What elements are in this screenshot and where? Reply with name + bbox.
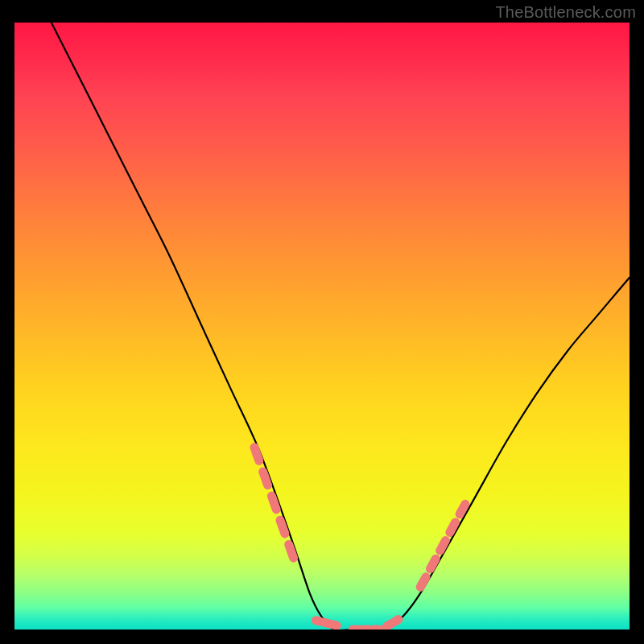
marker-dash: [386, 624, 390, 626]
marker-dash: [263, 472, 268, 485]
watermark-text: TheBottleneck.com: [495, 3, 636, 22]
marker-dash: [394, 620, 398, 622]
chart-frame: TheBottleneck.com: [0, 0, 644, 644]
marker-dash: [280, 520, 285, 534]
marker-dash: [420, 577, 426, 587]
marker-dash: [332, 625, 337, 625]
plot-area: [14, 23, 630, 630]
marker-dash: [289, 544, 294, 558]
marker-dash: [431, 559, 436, 568]
bottleneck-curve: [14, 23, 630, 630]
marker-dash: [254, 448, 259, 461]
marker-dash: [440, 541, 446, 551]
marker-segments: [254, 448, 465, 630]
marker-dash: [450, 522, 456, 533]
curve-line: [52, 23, 630, 630]
marker-dash: [460, 504, 465, 514]
marker-dash: [324, 622, 329, 623]
marker-dash: [271, 496, 276, 510]
